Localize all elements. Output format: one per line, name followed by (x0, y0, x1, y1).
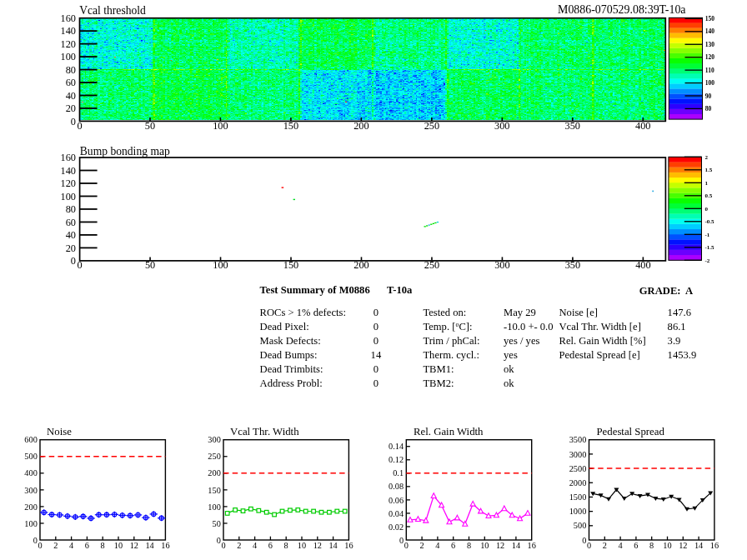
svg-text:300: 300 (208, 435, 220, 444)
svg-text:ok: ok (504, 378, 514, 389)
svg-text:250: 250 (424, 259, 439, 271)
svg-text:150: 150 (208, 486, 220, 495)
svg-text:150: 150 (705, 15, 715, 22)
svg-text:May 29: May 29 (504, 307, 536, 318)
svg-text:14: 14 (145, 541, 153, 550)
svg-text:400: 400 (635, 120, 650, 132)
svg-text:40: 40 (66, 229, 76, 241)
svg-text:Vcal threshold: Vcal threshold (79, 4, 146, 17)
svg-text:2: 2 (53, 541, 58, 550)
svg-text:110: 110 (705, 67, 714, 74)
svg-text:Pedestal Spread [e]: Pedestal Spread [e] (559, 349, 640, 361)
svg-text:0: 0 (399, 536, 404, 545)
svg-text:Rel. Gain Width [%]: Rel. Gain Width [%] (559, 335, 646, 347)
svg-text:80: 80 (66, 203, 76, 215)
svg-text:2: 2 (420, 541, 424, 550)
svg-text:300: 300 (494, 259, 509, 271)
svg-text:0: 0 (374, 378, 379, 389)
svg-text:16: 16 (161, 541, 169, 550)
svg-text:400: 400 (635, 259, 650, 271)
svg-text:130: 130 (705, 41, 715, 48)
svg-text:Trim / phCal:: Trim / phCal: (423, 335, 479, 347)
svg-text:Noise [e]: Noise [e] (559, 307, 599, 318)
svg-text:400: 400 (24, 468, 37, 478)
svg-text:50: 50 (213, 519, 221, 528)
svg-text:0.14: 0.14 (389, 442, 404, 451)
svg-text:20: 20 (66, 102, 76, 114)
svg-text:120: 120 (61, 178, 76, 189)
svg-text:150: 150 (283, 120, 298, 132)
svg-text:80: 80 (705, 105, 712, 112)
svg-text:Dead Pixel:: Dead Pixel: (260, 321, 309, 332)
svg-text:3500: 3500 (569, 435, 587, 444)
svg-text:2: 2 (603, 541, 607, 550)
svg-text:2000: 2000 (569, 478, 587, 488)
svg-text:8: 8 (101, 541, 105, 550)
svg-text:200: 200 (353, 120, 368, 132)
svg-text:2500: 2500 (569, 464, 587, 473)
svg-text:6: 6 (85, 541, 89, 550)
svg-text:0: 0 (374, 363, 379, 375)
svg-text:200: 200 (24, 502, 37, 512)
svg-text:-1.5: -1.5 (705, 244, 715, 251)
svg-text:100: 100 (213, 259, 228, 271)
svg-text:86.1: 86.1 (668, 321, 686, 332)
svg-text:150: 150 (283, 259, 298, 271)
svg-text:140: 140 (61, 165, 76, 177)
svg-text:4: 4 (435, 541, 439, 550)
svg-text:8: 8 (467, 541, 471, 550)
svg-text:1000: 1000 (569, 507, 587, 516)
svg-text:60: 60 (66, 77, 76, 88)
svg-text:0: 0 (217, 536, 221, 545)
svg-text:60: 60 (66, 217, 76, 228)
svg-text:250: 250 (208, 452, 220, 461)
svg-text:16: 16 (528, 541, 536, 550)
svg-text:0: 0 (78, 259, 83, 271)
svg-text:-10.0 +- 0.0: -10.0 +- 0.0 (504, 321, 554, 332)
svg-text:GRADE: A: GRADE: A (639, 285, 693, 297)
svg-text:4: 4 (253, 541, 257, 550)
svg-text:12: 12 (130, 541, 138, 550)
svg-text:10: 10 (663, 541, 671, 550)
svg-text:Vcal Thr. Width: Vcal Thr. Width (230, 426, 299, 438)
svg-text:40: 40 (66, 90, 76, 102)
svg-text:0: 0 (587, 541, 591, 550)
svg-text:Dead Trimbits:: Dead Trimbits: (260, 363, 323, 375)
svg-text:100: 100 (705, 79, 715, 87)
svg-text:0.06: 0.06 (389, 496, 404, 505)
svg-text:0: 0 (582, 536, 586, 545)
svg-text:100: 100 (61, 191, 76, 202)
svg-text:Mask Defects:: Mask Defects: (260, 335, 321, 347)
svg-text:0: 0 (374, 321, 379, 332)
svg-text:Bump bonding map: Bump bonding map (80, 145, 170, 158)
svg-text:100: 100 (61, 51, 76, 62)
svg-text:TBM2:: TBM2: (423, 378, 454, 389)
svg-text:100: 100 (213, 120, 228, 132)
svg-text:16: 16 (710, 541, 719, 550)
svg-text:160: 160 (61, 12, 76, 24)
svg-text:147.6: 147.6 (668, 307, 691, 318)
svg-text:0.04: 0.04 (389, 509, 404, 518)
svg-text:Therm. cycl.:: Therm. cycl.: (423, 349, 479, 361)
svg-text:14: 14 (512, 541, 520, 550)
svg-text:-1: -1 (705, 232, 710, 238)
svg-text:Address Probl:: Address Probl: (260, 378, 323, 389)
svg-text:3.9: 3.9 (668, 335, 681, 347)
svg-text:14: 14 (371, 349, 382, 361)
svg-text:0.08: 0.08 (389, 482, 404, 491)
svg-text:2: 2 (237, 541, 241, 550)
svg-text:350: 350 (565, 259, 580, 271)
svg-text:M0886-070529.08:39T-10a: M0886-070529.08:39T-10a (558, 3, 685, 16)
svg-text:1.5: 1.5 (705, 167, 713, 173)
svg-text:0: 0 (374, 307, 379, 318)
svg-text:20: 20 (66, 242, 76, 254)
svg-text:200: 200 (208, 468, 220, 478)
svg-text:6: 6 (634, 541, 638, 550)
svg-text:80: 80 (66, 64, 76, 76)
svg-text:140: 140 (705, 28, 715, 35)
svg-text:1500: 1500 (569, 492, 587, 502)
svg-text:0: 0 (77, 120, 82, 132)
svg-text:3000: 3000 (569, 450, 587, 459)
svg-text:0: 0 (221, 541, 225, 550)
svg-text:0: 0 (374, 335, 379, 347)
